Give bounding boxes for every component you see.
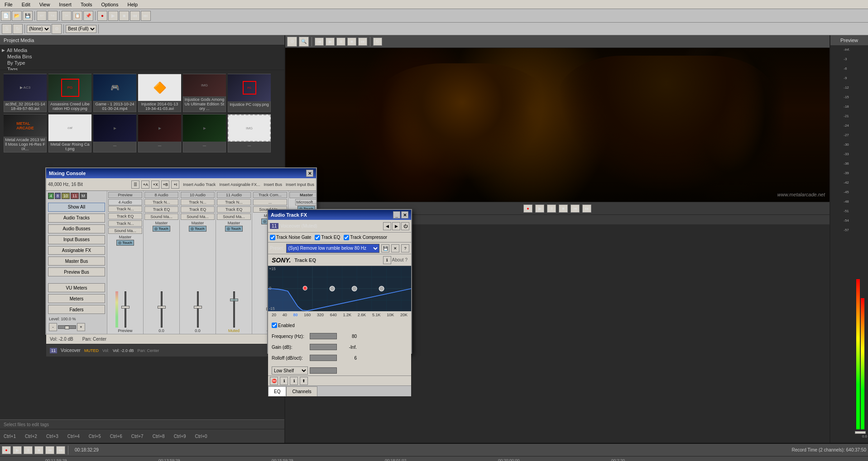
meters-btn[interactable]: Meters xyxy=(48,294,105,303)
ch2-sound[interactable]: Sound Ma... xyxy=(144,214,178,220)
menu-help[interactable]: Help xyxy=(125,0,140,9)
preview-prev-btn[interactable]: ⏮ xyxy=(315,38,324,46)
snap-button[interactable]: S xyxy=(2,24,12,34)
ch2-touch-btn[interactable]: ◎ Touch xyxy=(153,226,170,232)
menu-options[interactable]: Options xyxy=(99,0,121,9)
master-bus-btn[interactable]: Master Bus xyxy=(48,257,105,266)
preview-next-btn[interactable]: ⏭ xyxy=(358,38,367,46)
preset-save-btn[interactable]: 💾 xyxy=(381,244,389,252)
ctrl-rewind-btn[interactable]: ⏮ xyxy=(571,204,580,213)
menu-file[interactable]: File xyxy=(2,0,15,9)
tree-all-media[interactable]: ▶ All Media xyxy=(2,47,283,53)
tl-rewind-btn[interactable]: ⏮ xyxy=(45,446,54,454)
ch4-fader[interactable] xyxy=(217,233,251,328)
media-item-10[interactable]: ▶ ... xyxy=(138,114,181,152)
menu-insert[interactable]: Insert xyxy=(56,0,74,9)
tl-stop-btn[interactable]: ■ xyxy=(34,446,43,454)
fx-up-btn[interactable]: ⬆ xyxy=(300,377,308,385)
tl-play-btn[interactable]: ▶ xyxy=(13,446,22,454)
show-all-btn[interactable]: Show All xyxy=(48,203,105,212)
tl-record-btn[interactable]: ● xyxy=(2,446,11,454)
master-name[interactable]: Master xyxy=(289,192,316,198)
preview-stop-btn[interactable]: ■ xyxy=(347,38,356,46)
rewind-button[interactable]: ⏮ xyxy=(130,11,140,21)
ch1-name[interactable]: Preview xyxy=(108,192,142,198)
ctrl-record-btn[interactable]: ● xyxy=(523,204,532,213)
none-select[interactable]: (None) xyxy=(27,25,51,33)
fx-info-btn-2[interactable]: ℹ xyxy=(280,377,288,385)
audio-busses-btn[interactable]: Audio Busses xyxy=(48,224,105,233)
ch1-eq2[interactable]: Track N... xyxy=(108,220,142,227)
ch1-eq[interactable]: Track N... xyxy=(108,206,142,212)
track-eq-check[interactable]: Track EQ xyxy=(315,235,340,240)
ch4-touch-btn[interactable]: ◎ Touch xyxy=(225,226,242,232)
preset-help-btn[interactable]: ? xyxy=(401,244,409,252)
fx-arrow-right[interactable]: ▶ xyxy=(392,222,400,230)
ctrl-play-btn[interactable]: ▶ xyxy=(535,204,544,213)
media-item-11[interactable]: ▶ ... xyxy=(183,114,226,152)
media-item-4[interactable]: 🔶 Injustice 2014-01-13 19-34-41-03.avi xyxy=(138,74,181,112)
ctrl-pause-btn[interactable]: ⏸ xyxy=(547,204,556,213)
tl-pause-btn[interactable]: ⏸ xyxy=(24,446,33,454)
zoom-in-btn[interactable]: + xyxy=(77,323,85,331)
media-item-6[interactable]: PG Injustice PC copy.png xyxy=(228,74,271,112)
loop-button[interactable]: ↻ xyxy=(13,24,23,34)
tree-media-bins[interactable]: Media Bins xyxy=(2,53,283,60)
media-item-7[interactable]: METALARCADE Metal Arcade 2013 Will Moss … xyxy=(4,114,47,152)
ch3-name[interactable]: 10 Audio xyxy=(181,192,215,198)
ch3-tname[interactable]: Track N... xyxy=(181,199,215,205)
fx-arrow-left[interactable]: ◀ xyxy=(383,222,391,230)
assignable-fx-btn[interactable]: Assignable FX xyxy=(48,246,105,255)
new-button[interactable]: 📄 xyxy=(1,11,11,21)
ctrl-stop-btn[interactable]: ■ xyxy=(559,204,568,213)
ch2-eq[interactable]: Track EQ xyxy=(144,206,178,213)
faders-btn[interactable]: Faders xyxy=(48,305,105,314)
chcom-eq[interactable]: ... xyxy=(253,199,287,205)
vu-meters-btn[interactable]: VU Meters xyxy=(48,283,105,292)
eq-tab[interactable]: EQ xyxy=(268,386,286,396)
ch2-fader[interactable] xyxy=(144,233,178,328)
menu-edit[interactable]: Edit xyxy=(19,0,33,9)
fx-info-btn[interactable]: ℹ xyxy=(383,256,391,264)
preview-prop-btn[interactable]: ⚙ xyxy=(52,24,62,34)
tl-ffwd-btn[interactable]: ⏭ xyxy=(56,446,65,454)
mix-insert-bus-btn[interactable]: +B xyxy=(161,181,169,189)
mix-insert-assignable-btn[interactable]: +X xyxy=(151,181,159,189)
menu-tools[interactable]: Tools xyxy=(78,0,95,9)
rolloff-slider[interactable] xyxy=(310,355,337,361)
paste-button[interactable]: 📌 xyxy=(83,11,93,21)
media-item-5[interactable]: IMG Injustice Gods Among Us Ultimate Edi… xyxy=(183,74,226,112)
ch4-tname[interactable]: Track N... xyxy=(217,199,251,205)
gain-slider[interactable] xyxy=(310,344,337,350)
media-item-1[interactable]: ▶ AC3 ac3hd_32 2014-01-14 18-49-57-80.av… xyxy=(4,74,47,112)
media-item-12[interactable]: IMG ... xyxy=(228,114,271,152)
chcom-name[interactable]: Track Com... xyxy=(253,192,287,198)
ch3-eq[interactable]: Track EQ xyxy=(181,206,215,213)
ch1-touch-btn[interactable]: ◎ Touch xyxy=(116,240,134,246)
copy-button[interactable]: 📋 xyxy=(72,11,82,21)
input-busses-btn[interactable]: Input Busses xyxy=(48,235,105,244)
play-button[interactable]: ▶ xyxy=(108,11,118,21)
ch4-eq[interactable]: Track EQ xyxy=(217,206,251,213)
preview-loop-btn[interactable]: ↻ xyxy=(373,38,382,46)
ch2-tname[interactable]: Track N... xyxy=(144,199,178,205)
redo-button[interactable]: ↪ xyxy=(48,11,58,21)
stop-button[interactable]: ■ xyxy=(119,11,129,21)
mix-insert-input-btn[interactable]: +I xyxy=(171,181,179,189)
ch3-sound[interactable]: Sound Ma... xyxy=(181,214,215,220)
filter-type-slider[interactable] xyxy=(310,367,337,374)
noise-gate-check[interactable]: Track Noise Gate xyxy=(270,235,311,240)
save-button[interactable]: 💾 xyxy=(23,11,33,21)
ch1-fader[interactable] xyxy=(108,247,142,328)
freq-slider[interactable] xyxy=(310,333,337,339)
preview-pause-btn[interactable]: ⏸ xyxy=(336,38,345,46)
fx-minimize-btn[interactable]: _ xyxy=(393,211,400,219)
ctrl-ffwd-btn[interactable]: ⏭ xyxy=(582,204,591,213)
fx-close-btn[interactable]: ✕ xyxy=(401,211,408,219)
cut-button[interactable]: ✂ xyxy=(62,11,72,21)
audio-tracks-btn[interactable]: Audio Tracks xyxy=(48,214,105,223)
mixing-console-close-btn[interactable]: ✕ xyxy=(306,170,313,177)
media-item-8[interactable]: cat Metal Gear Rising Cat.png xyxy=(48,114,91,152)
forward-button[interactable]: ⏭ xyxy=(141,11,151,21)
eq-graph[interactable]: +15 0 -15 xyxy=(268,266,411,311)
